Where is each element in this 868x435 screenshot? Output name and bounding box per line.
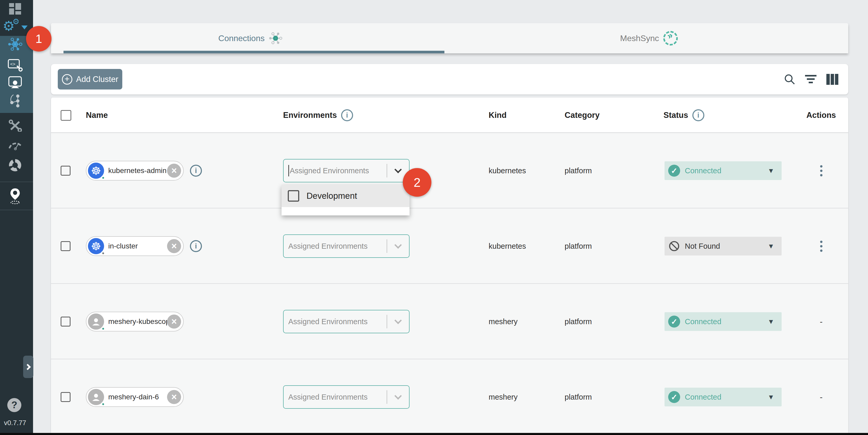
column-header-status[interactable]: Status i — [663, 98, 704, 133]
column-header-category[interactable]: Category — [565, 98, 599, 133]
sidebar-item-toolkit[interactable] — [0, 118, 30, 132]
status-dot-connected — [101, 402, 105, 406]
sidebar-item-designs[interactable] — [0, 75, 30, 90]
environment-option-checkbox[interactable] — [288, 190, 299, 201]
connection-chip[interactable]: meshery-kubescop... × — [86, 312, 184, 332]
column-header-kind[interactable]: Kind — [489, 98, 506, 133]
sidebar-divider — [0, 182, 33, 182]
connection-name: meshery-kubescop... — [104, 317, 167, 326]
environments-select[interactable]: Assigned Environments — [283, 235, 409, 258]
text-cursor — [288, 165, 289, 177]
remove-connection-icon[interactable]: × — [167, 390, 181, 404]
status-label: Connected — [685, 317, 721, 326]
row-checkbox[interactable] — [61, 241, 70, 251]
chevron-right-icon — [25, 364, 31, 370]
status-info-icon[interactable]: i — [692, 109, 704, 121]
status-select[interactable]: ✓ Connected ▼ — [664, 312, 782, 331]
tab-bar: Connections MeshSync » — [51, 23, 848, 53]
category-value: platform — [565, 393, 592, 401]
chevron-down-icon — [21, 26, 28, 29]
status-select[interactable]: ✓ Connected ▼ — [664, 161, 782, 180]
sidebar-item-adapters[interactable]: <> — [0, 58, 30, 72]
add-cluster-button[interactable]: + Add Cluster — [58, 69, 122, 90]
kind-value: kubernetes — [489, 166, 526, 175]
environment-option[interactable]: Development — [282, 185, 409, 207]
meshery-ring-icon — [8, 158, 22, 173]
filter-icon[interactable] — [805, 73, 817, 86]
select-open-button[interactable] — [387, 319, 409, 324]
select-open-button[interactable] — [387, 395, 409, 400]
chevron-down-icon — [395, 392, 402, 400]
location-pin-icon — [8, 187, 22, 205]
row-checkbox[interactable] — [61, 392, 70, 402]
sidebar-item-extensions[interactable] — [0, 158, 30, 173]
environments-placeholder: Assigned Environments — [290, 166, 387, 175]
connection-name: kubernetes-admin... — [104, 166, 167, 175]
status-select[interactable]: ✓ Connected ▼ — [664, 387, 782, 406]
column-header-actions: Actions — [798, 98, 845, 133]
kind-value: kubernetes — [489, 242, 526, 251]
svg-text:<>: <> — [10, 62, 16, 67]
table-row: meshery-dain-6 × Assigned Environments m… — [51, 359, 848, 433]
kebab-menu-icon[interactable] — [818, 239, 825, 254]
sidebar-item-performance[interactable] — [0, 137, 30, 151]
view-columns-icon[interactable] — [826, 73, 839, 86]
remove-connection-icon[interactable]: × — [167, 239, 181, 253]
environment-option-label: Development — [307, 191, 357, 201]
environments-placeholder: Assigned Environments — [288, 393, 386, 401]
connection-name: in-cluster — [104, 242, 167, 250]
status-label: Not Found — [685, 242, 720, 251]
lifecycle-gears-icon[interactable]: ⚙ ⚙ — [0, 20, 30, 34]
version-label: v0.7.77 — [0, 419, 30, 427]
row-checkbox[interactable] — [61, 166, 70, 176]
connection-chip[interactable]: ☸ in-cluster × — [86, 236, 184, 256]
select-all-checkbox[interactable] — [61, 110, 71, 121]
status-select[interactable]: Not Found ▼ — [664, 237, 782, 255]
environments-placeholder: Assigned Environments — [288, 317, 386, 326]
row-checkbox[interactable] — [61, 317, 70, 327]
caret-down-icon: ▼ — [768, 318, 774, 326]
select-open-button[interactable] — [387, 244, 409, 249]
kubernetes-icon: ☸ — [88, 238, 104, 254]
status-label: Connected — [685, 166, 721, 175]
environments-select[interactable]: Assigned Environments — [283, 385, 409, 409]
connections-toolbar: + Add Cluster — [51, 64, 848, 94]
sidebar-item-connections[interactable] — [0, 37, 30, 52]
connected-check-icon: ✓ — [668, 391, 680, 403]
connections-mesh-icon — [8, 37, 22, 52]
code-wrench-icon: <> — [7, 59, 23, 71]
search-icon[interactable] — [783, 73, 796, 86]
status-label: Connected — [685, 393, 721, 401]
category-value: platform — [565, 166, 592, 175]
category-value: platform — [565, 317, 592, 326]
connection-chip[interactable]: ☸ kubernetes-admin... × — [86, 161, 184, 181]
tab-connections[interactable]: Connections — [51, 23, 450, 53]
sidebar: ⚙ ⚙ — [0, 0, 33, 435]
actions-empty: - — [820, 392, 823, 402]
connection-info-icon[interactable]: i — [190, 165, 202, 177]
table-row: ☸ in-cluster × i Assigned Environments k… — [51, 208, 848, 284]
connections-tab-icon — [269, 31, 282, 45]
remove-connection-icon[interactable]: × — [167, 315, 181, 329]
environments-select[interactable]: Assigned Environments — [283, 310, 409, 333]
remove-connection-icon[interactable]: × — [167, 164, 181, 178]
sidebar-item-workloads[interactable] — [0, 94, 30, 108]
column-header-name[interactable]: Name — [86, 98, 108, 133]
select-open-button[interactable] — [387, 168, 409, 173]
dashboard-icon[interactable] — [0, 3, 30, 14]
add-cluster-label: Add Cluster — [76, 75, 118, 84]
chevron-down-icon — [395, 166, 402, 173]
environments-info-icon[interactable]: i — [341, 109, 353, 121]
tab-meshsync[interactable]: MeshSync » — [450, 23, 848, 53]
connection-info-icon[interactable]: i — [190, 240, 202, 252]
environments-select[interactable]: Assigned Environments — [283, 159, 409, 182]
kubernetes-icon: ☸ — [88, 163, 104, 179]
avatar-icon — [88, 389, 104, 405]
annotation-step-2: 2 — [403, 168, 431, 197]
kebab-menu-icon[interactable] — [818, 163, 825, 179]
help-icon[interactable]: ? — [7, 398, 21, 412]
column-header-environments[interactable]: Environments i — [283, 98, 353, 133]
sidebar-item-profile[interactable] — [0, 187, 30, 205]
connection-chip[interactable]: meshery-dain-6 × — [86, 387, 184, 407]
sidebar-expand-button[interactable] — [23, 356, 33, 378]
